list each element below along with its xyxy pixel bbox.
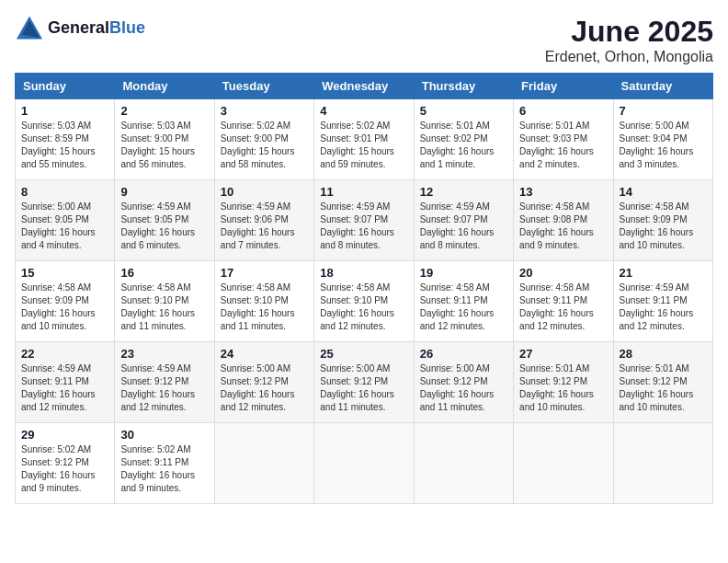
day-number: 26 [420, 347, 507, 361]
day-number: 23 [120, 347, 208, 361]
day-number: 4 [320, 104, 407, 118]
day-cell-18: 18 Sunrise: 4:58 AM Sunset: 9:10 PM Dayl… [314, 261, 414, 342]
day-info: Sunrise: 5:00 AM Sunset: 9:12 PM Dayligh… [221, 362, 308, 414]
day-number: 17 [221, 266, 308, 280]
empty-cell [514, 423, 613, 504]
day-number: 19 [420, 266, 507, 280]
day-cell-3: 3 Sunrise: 5:02 AM Sunset: 9:00 PM Dayli… [214, 99, 313, 180]
day-info: Sunrise: 4:59 AM Sunset: 9:05 PM Dayligh… [120, 201, 208, 252]
day-cell-19: 19 Sunrise: 4:58 AM Sunset: 9:11 PM Dayl… [414, 261, 513, 342]
day-info: Sunrise: 4:58 AM Sunset: 9:09 PM Dayligh… [21, 282, 108, 333]
day-cell-29: 29 Sunrise: 5:02 AM Sunset: 9:12 PM Dayl… [16, 423, 115, 504]
logo-text-general: General [48, 18, 109, 37]
day-info: Sunrise: 4:59 AM Sunset: 9:11 PM Dayligh… [620, 282, 707, 333]
empty-cell [314, 423, 414, 504]
day-cell-5: 5 Sunrise: 5:01 AM Sunset: 9:02 PM Dayli… [414, 99, 513, 180]
day-cell-20: 20 Sunrise: 4:58 AM Sunset: 9:11 PM Dayl… [514, 261, 613, 342]
day-info: Sunrise: 4:59 AM Sunset: 9:12 PM Dayligh… [120, 362, 208, 414]
day-info: Sunrise: 5:01 AM Sunset: 9:12 PM Dayligh… [519, 362, 607, 414]
day-number: 22 [21, 347, 108, 361]
day-cell-17: 17 Sunrise: 4:58 AM Sunset: 9:10 PM Dayl… [214, 261, 313, 342]
calendar-table: SundayMondayTuesdayWednesdayThursdayFrid… [15, 73, 713, 504]
day-number: 5 [420, 104, 507, 118]
day-cell-6: 6 Sunrise: 5:01 AM Sunset: 9:03 PM Dayli… [514, 99, 613, 180]
day-info: Sunrise: 5:00 AM Sunset: 9:12 PM Dayligh… [320, 362, 407, 414]
day-info: Sunrise: 4:59 AM Sunset: 9:11 PM Dayligh… [21, 362, 108, 414]
column-header-saturday: Saturday [613, 74, 712, 99]
day-info: Sunrise: 4:58 AM Sunset: 9:11 PM Dayligh… [420, 282, 507, 333]
day-number: 12 [420, 185, 507, 199]
page-header: GeneralBlue June 2025 Erdenet, Orhon, Mo… [15, 15, 713, 65]
day-number: 9 [120, 185, 208, 199]
day-info: Sunrise: 4:59 AM Sunset: 9:07 PM Dayligh… [320, 201, 407, 252]
day-number: 8 [21, 185, 108, 199]
column-header-friday: Friday [514, 74, 613, 99]
day-info: Sunrise: 5:00 AM Sunset: 9:12 PM Dayligh… [420, 362, 507, 414]
day-number: 28 [620, 347, 707, 361]
day-cell-26: 26 Sunrise: 5:00 AM Sunset: 9:12 PM Dayl… [414, 342, 513, 423]
day-cell-4: 4 Sunrise: 5:02 AM Sunset: 9:01 PM Dayli… [314, 99, 414, 180]
day-info: Sunrise: 4:58 AM Sunset: 9:10 PM Dayligh… [120, 282, 208, 333]
day-number: 6 [519, 104, 607, 118]
logo-icon [15, 15, 44, 40]
empty-cell [414, 423, 513, 504]
day-info: Sunrise: 5:02 AM Sunset: 9:01 PM Dayligh… [320, 120, 407, 171]
day-info: Sunrise: 4:59 AM Sunset: 9:07 PM Dayligh… [420, 201, 507, 252]
day-info: Sunrise: 4:58 AM Sunset: 9:09 PM Dayligh… [620, 201, 707, 252]
day-number: 2 [120, 104, 208, 118]
day-info: Sunrise: 5:02 AM Sunset: 9:11 PM Dayligh… [120, 443, 208, 495]
day-cell-16: 16 Sunrise: 4:58 AM Sunset: 9:10 PM Dayl… [115, 261, 214, 342]
day-cell-9: 9 Sunrise: 4:59 AM Sunset: 9:05 PM Dayli… [115, 180, 214, 261]
day-number: 27 [519, 347, 607, 361]
day-cell-25: 25 Sunrise: 5:00 AM Sunset: 9:12 PM Dayl… [314, 342, 414, 423]
day-number: 14 [620, 185, 707, 199]
day-cell-2: 2 Sunrise: 5:03 AM Sunset: 9:00 PM Dayli… [115, 99, 214, 180]
day-cell-27: 27 Sunrise: 5:01 AM Sunset: 9:12 PM Dayl… [514, 342, 613, 423]
column-header-thursday: Thursday [414, 74, 513, 99]
day-info: Sunrise: 5:00 AM Sunset: 9:05 PM Dayligh… [21, 201, 108, 252]
column-header-monday: Monday [115, 74, 214, 99]
day-number: 21 [620, 266, 707, 280]
day-cell-12: 12 Sunrise: 4:59 AM Sunset: 9:07 PM Dayl… [414, 180, 513, 261]
logo: GeneralBlue [15, 15, 145, 40]
day-number: 13 [519, 185, 607, 199]
day-number: 18 [320, 266, 407, 280]
header-row: SundayMondayTuesdayWednesdayThursdayFrid… [16, 74, 713, 99]
day-cell-28: 28 Sunrise: 5:01 AM Sunset: 9:12 PM Dayl… [613, 342, 712, 423]
logo-text-blue: Blue [109, 18, 145, 37]
day-number: 20 [519, 266, 607, 280]
title-block: June 2025 Erdenet, Orhon, Mongolia [545, 15, 713, 65]
column-header-sunday: Sunday [16, 74, 115, 99]
day-number: 16 [120, 266, 208, 280]
day-cell-8: 8 Sunrise: 5:00 AM Sunset: 9:05 PM Dayli… [16, 180, 115, 261]
week-row-5: 29 Sunrise: 5:02 AM Sunset: 9:12 PM Dayl… [16, 423, 713, 504]
day-cell-1: 1 Sunrise: 5:03 AM Sunset: 8:59 PM Dayli… [16, 99, 115, 180]
day-number: 24 [221, 347, 308, 361]
day-cell-14: 14 Sunrise: 4:58 AM Sunset: 9:09 PM Dayl… [613, 180, 712, 261]
calendar-title: June 2025 [545, 15, 713, 49]
day-info: Sunrise: 5:01 AM Sunset: 9:02 PM Dayligh… [420, 120, 507, 171]
week-row-4: 22 Sunrise: 4:59 AM Sunset: 9:11 PM Dayl… [16, 342, 713, 423]
week-row-2: 8 Sunrise: 5:00 AM Sunset: 9:05 PM Dayli… [16, 180, 713, 261]
day-cell-21: 21 Sunrise: 4:59 AM Sunset: 9:11 PM Dayl… [613, 261, 712, 342]
day-info: Sunrise: 5:01 AM Sunset: 9:12 PM Dayligh… [620, 362, 707, 414]
day-cell-10: 10 Sunrise: 4:59 AM Sunset: 9:06 PM Dayl… [214, 180, 313, 261]
day-cell-7: 7 Sunrise: 5:00 AM Sunset: 9:04 PM Dayli… [613, 99, 712, 180]
day-info: Sunrise: 4:58 AM Sunset: 9:11 PM Dayligh… [519, 282, 607, 333]
calendar-subtitle: Erdenet, Orhon, Mongolia [545, 49, 713, 65]
day-cell-13: 13 Sunrise: 4:58 AM Sunset: 9:08 PM Dayl… [514, 180, 613, 261]
day-info: Sunrise: 5:02 AM Sunset: 9:00 PM Dayligh… [221, 120, 308, 171]
empty-cell [214, 423, 313, 504]
day-cell-22: 22 Sunrise: 4:59 AM Sunset: 9:11 PM Dayl… [16, 342, 115, 423]
column-header-tuesday: Tuesday [214, 74, 313, 99]
week-row-1: 1 Sunrise: 5:03 AM Sunset: 8:59 PM Dayli… [16, 99, 713, 180]
day-info: Sunrise: 4:58 AM Sunset: 9:10 PM Dayligh… [221, 282, 308, 333]
day-number: 15 [21, 266, 108, 280]
day-number: 3 [221, 104, 308, 118]
day-info: Sunrise: 5:02 AM Sunset: 9:12 PM Dayligh… [21, 443, 108, 495]
day-info: Sunrise: 5:01 AM Sunset: 9:03 PM Dayligh… [519, 120, 607, 171]
day-cell-15: 15 Sunrise: 4:58 AM Sunset: 9:09 PM Dayl… [16, 261, 115, 342]
day-cell-24: 24 Sunrise: 5:00 AM Sunset: 9:12 PM Dayl… [214, 342, 313, 423]
day-info: Sunrise: 5:00 AM Sunset: 9:04 PM Dayligh… [620, 120, 707, 171]
day-number: 25 [320, 347, 407, 361]
